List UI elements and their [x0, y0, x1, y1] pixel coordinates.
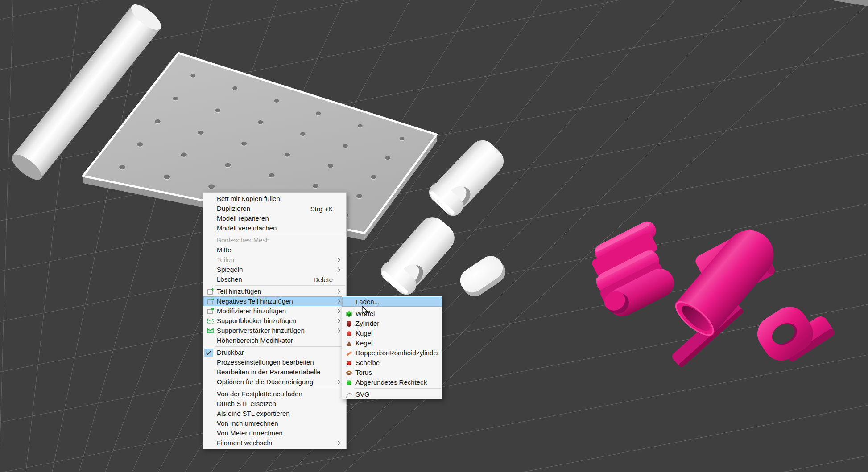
icon-spacer	[203, 255, 217, 265]
menu-item-teil-hinzuf-gen[interactable]: Teil hinzufügen	[203, 287, 346, 296]
icon-spacer	[203, 275, 217, 284]
icon-spacer	[342, 297, 355, 307]
icon-cell	[203, 306, 217, 316]
menu-item-boolesches-mesh[interactable]: Boolesches Mesh	[203, 235, 346, 245]
menu-item-label: Spiegeln	[217, 265, 337, 275]
support-blocker-icon	[207, 317, 214, 324]
menu-item-durch-stl-ersetzen[interactable]: Durch STL ersetzen	[203, 399, 346, 409]
menu-item-bearbeiten-in-der-parametertabelle[interactable]: Bearbeiten in der Parametertabelle	[203, 367, 346, 377]
menu-item-druckbar[interactable]: Druckbar	[203, 348, 346, 357]
icon-cell	[342, 309, 355, 319]
svg-curve-icon	[346, 391, 352, 398]
menu-item-scheibe[interactable]: Scheibe	[342, 358, 442, 368]
mouse-cursor-icon	[362, 306, 369, 317]
icon-spacer	[203, 399, 217, 409]
icon-spacer	[203, 245, 217, 255]
menu-item-label: Kugel	[355, 328, 433, 338]
add-negative-part-icon	[207, 298, 214, 305]
icon-cell	[342, 338, 355, 348]
menu-item-label: Duplizieren	[217, 204, 310, 213]
menu-item-teilen[interactable]: Teilen	[203, 255, 346, 265]
menu-item-label: Laden...	[355, 297, 433, 307]
menu-item-laden[interactable]: Laden...	[342, 297, 442, 307]
menu-item-label: Supportverstärker hinzufügen	[217, 326, 337, 336]
menu-item-w-rfel[interactable]: Würfel	[342, 309, 442, 319]
menu-item-label: Doppelriss-Romboidzylinder	[355, 348, 439, 358]
icon-spacer	[203, 223, 217, 233]
menu-item-filament-wechseln[interactable]: Filament wechseln	[203, 438, 346, 448]
menu-separator	[215, 346, 345, 347]
menu-item-label: Von der Festplatte neu laden	[217, 389, 337, 399]
menu-item-supportblocker-hinzuf-gen[interactable]: Supportblocker hinzufügen	[203, 316, 346, 326]
menu-item-label: Abgerundetes Rechteck	[355, 378, 433, 387]
cylinder-icon	[346, 320, 352, 327]
icon-spacer	[203, 389, 217, 399]
menu-item-label: Bett mit Kopien füllen	[217, 194, 337, 204]
torus-icon	[346, 369, 352, 376]
menu-item-modifizierer-hinzuf-gen[interactable]: Modifizierer hinzufügen	[203, 306, 346, 316]
menu-item-bett-mit-kopien-f-llen[interactable]: Bett mit Kopien füllen	[203, 194, 346, 204]
menu-separator	[215, 234, 345, 234]
menu-item-doppelriss-romboidzylinder[interactable]: Doppelriss-Romboidzylinder	[342, 348, 442, 358]
menu-item-label: Optionen für die Düsenreinigung	[217, 377, 337, 387]
submenu-arrow-icon	[337, 267, 343, 272]
menu-item-mitte[interactable]: Mitte	[203, 245, 346, 255]
menu-item-label: Bearbeiten in der Parametertabelle	[217, 367, 337, 377]
menu-item-shortcut: Strg +K	[310, 205, 333, 213]
icon-cell	[342, 328, 355, 338]
menu-item-label: Zylinder	[355, 319, 433, 328]
menu-item-label: Durch STL ersetzen	[217, 399, 337, 409]
shape-submenu: Laden...WürfelZylinderKugelKegelDoppelri…	[342, 296, 442, 399]
menu-item-kugel[interactable]: Kugel	[342, 328, 442, 338]
icon-spacer	[203, 377, 217, 387]
menu-item-label: Prozesseinstellungen bearbeiten	[217, 357, 337, 367]
menu-item-label: Modifizierer hinzufügen	[217, 306, 337, 316]
icon-spacer	[203, 265, 217, 275]
menu-item-kegel[interactable]: Kegel	[342, 338, 442, 348]
menu-item-als-eine-stl-exportieren[interactable]: Als eine STL exportieren	[203, 409, 346, 419]
icon-cell	[203, 296, 217, 306]
menu-item-label: Modell vereinfachen	[217, 223, 337, 233]
menu-item-svg[interactable]: SVG	[342, 390, 442, 399]
menu-item-duplizieren[interactable]: DuplizierenStrg +K	[203, 204, 346, 213]
disc-icon	[346, 360, 352, 366]
checkbox-cell	[203, 348, 217, 357]
icon-spacer	[203, 419, 217, 428]
menu-item-label: SVG	[355, 390, 433, 399]
menu-item-label: Mitte	[217, 245, 337, 255]
menu-item-abgerundetes-rechteck[interactable]: Abgerundetes Rechteck	[342, 378, 442, 387]
icon-cell	[342, 378, 355, 387]
icon-cell	[342, 368, 355, 378]
menu-item-zylinder[interactable]: Zylinder	[342, 319, 442, 328]
menu-item-label: Von Inch umrechnen	[217, 419, 337, 428]
menu-item-label: Boolesches Mesh	[217, 235, 337, 245]
menu-item-h-henbereich-modifikator[interactable]: Höhenbereich Modifikator	[203, 336, 346, 345]
menu-item-von-inch-umrechnen[interactable]: Von Inch umrechnen	[203, 419, 346, 428]
icon-spacer	[203, 336, 217, 345]
viewport-canvas[interactable]	[0, 0, 868, 472]
add-part-icon	[207, 288, 214, 296]
menu-item-l-schen[interactable]: LöschenDelete	[203, 275, 346, 284]
icon-spacer	[203, 438, 217, 448]
menu-item-supportverst-rker-hinzuf-gen[interactable]: Supportverstärker hinzufügen	[203, 326, 346, 336]
icon-cell	[203, 287, 217, 296]
menu-item-modell-vereinfachen[interactable]: Modell vereinfachen	[203, 223, 346, 233]
menu-item-prozesseinstellungen-bearbeiten[interactable]: Prozesseinstellungen bearbeiten	[203, 357, 346, 367]
menu-item-negatives-teil-hinzuf-gen[interactable]: Negatives Teil hinzufügen	[203, 296, 346, 306]
submenu-arrow-icon	[337, 257, 343, 263]
menu-item-label: Höhenbereich Modifikator	[217, 336, 337, 345]
menu-item-modell-reparieren[interactable]: Modell reparieren	[203, 213, 346, 223]
menu-item-von-der-festplatte-neu-laden[interactable]: Von der Festplatte neu laden	[203, 389, 346, 399]
menu-item-label: Kegel	[355, 338, 433, 348]
menu-item-label: Supportblocker hinzufügen	[217, 316, 337, 326]
menu-item-optionen-f-r-die-d-senreinigung[interactable]: Optionen für die Düsenreinigung	[203, 377, 346, 387]
menu-item-von-meter-umrechnen[interactable]: Von Meter umrechnen	[203, 428, 346, 438]
cube-icon	[346, 311, 352, 317]
menu-item-spiegeln[interactable]: Spiegeln	[203, 265, 346, 275]
menu-item-torus[interactable]: Torus	[342, 368, 442, 378]
menu-item-label: Scheibe	[355, 358, 433, 368]
menu-separator	[215, 285, 345, 286]
menu-item-label: Teil hinzufügen	[217, 287, 337, 296]
menu-item-label: Druckbar	[217, 348, 337, 357]
icon-spacer	[203, 204, 217, 213]
